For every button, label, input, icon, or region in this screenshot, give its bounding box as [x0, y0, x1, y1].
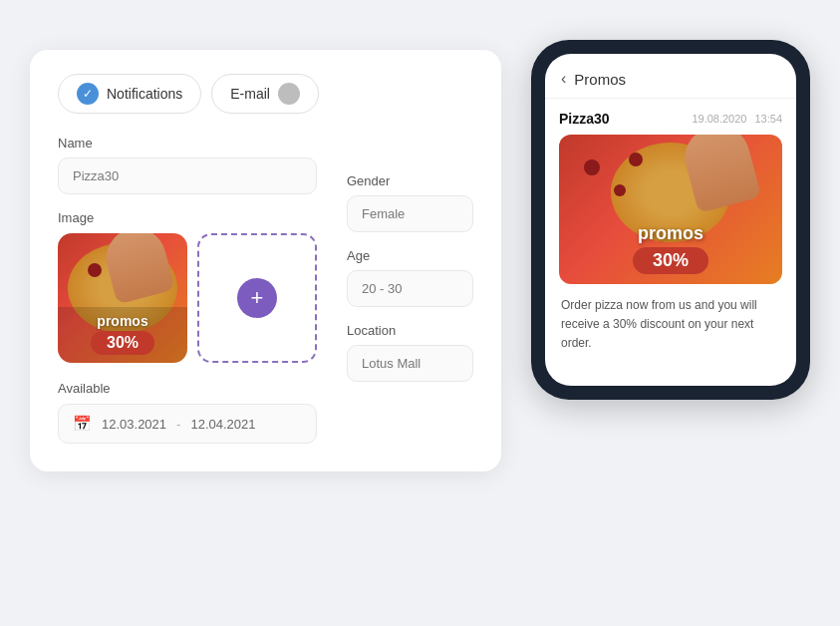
right-column: Gender Age Location: [347, 136, 473, 444]
phone-topping-1: [584, 159, 600, 175]
phone-pizza-image: promos 30%: [559, 135, 782, 284]
email-toggle[interactable]: E-mail: [211, 74, 319, 114]
notification-row: Pizza30 19.08.2020 13:54: [559, 111, 782, 127]
gender-input[interactable]: [347, 195, 473, 232]
pizza-thumbnail: promos 30%: [58, 233, 187, 363]
toggle-group: ✓ Notifications E-mail: [58, 74, 473, 114]
avatar-icon: [278, 83, 300, 105]
image-label: Image: [58, 210, 317, 225]
location-field: Location: [347, 323, 473, 382]
form-grid: Name Image: [58, 136, 473, 444]
name-input[interactable]: [58, 157, 317, 194]
phone-promo-overlay: promos 30%: [559, 217, 782, 284]
date-from: 12.03.2021: [102, 417, 166, 432]
gender-field: Gender: [347, 173, 473, 232]
date-range-input[interactable]: 📅 12.03.2021 - 12.04.2021: [58, 404, 317, 444]
notification-time: 13:54: [754, 113, 782, 125]
phone-screen-title: Promos: [574, 71, 626, 88]
check-icon: ✓: [77, 83, 99, 105]
app-wrapper: ✓ Notifications E-mail Name Image: [0, 0, 840, 626]
back-arrow-icon[interactable]: ‹: [561, 70, 566, 88]
date-to: 12.04.2021: [190, 417, 255, 432]
phone-mockup: ‹ Promos Pizza30 19.08.2020 13:54: [531, 40, 810, 400]
image-drop-zone[interactable]: +: [197, 233, 317, 363]
image-section: Image promo: [58, 210, 317, 363]
age-label: Age: [347, 248, 473, 263]
email-label: E-mail: [230, 86, 270, 102]
phone-screen: ‹ Promos Pizza30 19.08.2020 13:54: [545, 54, 796, 386]
notification-name: Pizza30: [559, 111, 610, 127]
phone-promo-text: promos: [559, 223, 782, 244]
add-image-button[interactable]: +: [237, 278, 277, 318]
phone-discount-badge: 30%: [633, 247, 708, 274]
discount-badge: 30%: [91, 331, 154, 355]
promo-overlay: promos 30%: [58, 307, 187, 363]
gender-label: Gender: [347, 173, 473, 188]
age-input[interactable]: [347, 270, 473, 307]
phone-content: Pizza30 19.08.2020 13:54: [545, 99, 796, 366]
left-panel: ✓ Notifications E-mail Name Image: [30, 50, 501, 471]
promo-text: promos: [58, 313, 187, 329]
pizza-image-bg: promos 30%: [58, 233, 187, 363]
age-field: Age: [347, 248, 473, 307]
topping-1: [88, 263, 102, 277]
phone-header: ‹ Promos: [545, 54, 796, 99]
available-section: Available 📅 12.03.2021 - 12.04.2021: [58, 381, 317, 444]
location-label: Location: [347, 323, 473, 338]
image-area: promos 30% +: [58, 233, 317, 363]
notification-description: Order pizza now from us and you will rec…: [559, 296, 782, 354]
notification-date: 19.08.2020: [692, 113, 746, 125]
notifications-toggle[interactable]: ✓ Notifications: [58, 74, 201, 114]
name-field-wrapper: Name: [58, 136, 317, 194]
location-input[interactable]: [347, 345, 473, 382]
notification-meta: 19.08.2020 13:54: [692, 113, 782, 125]
notifications-label: Notifications: [107, 86, 182, 102]
phone-topping-3: [629, 153, 643, 166]
name-label: Name: [58, 136, 317, 151]
date-separator: -: [176, 417, 180, 432]
left-column: Name Image: [58, 136, 317, 444]
available-label: Available: [58, 381, 317, 396]
phone-topping-2: [614, 184, 626, 196]
calendar-icon: 📅: [73, 415, 92, 433]
